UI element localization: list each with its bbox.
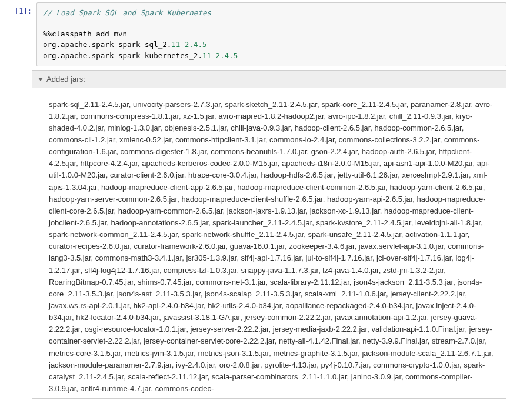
code-line2-pkg: org.apache.spark spark-kubernetes_2. [43,51,202,60]
code-comment: // Load Spark SQL and Spark Kubernetes [43,8,211,17]
code-input[interactable]: // Load Spark SQL and Spark Kubernetes %… [36,2,506,66]
code-line1-pkg: org.apache.spark spark-sql_2. [43,40,171,49]
added-jars-content: spark-sql_2.11-2.4.5.jar, univocity-pars… [32,88,506,399]
code-line1-n1: 11 [171,40,180,49]
code-line2-n2: 2.4.5 [216,51,238,60]
input-prompt: [1]: [1,2,36,66]
code-line1-n2: 2.4.5 [185,40,207,49]
added-jars-widget: Added jars: spark-sql_2.11-2.4.5.jar, un… [32,70,506,399]
added-jars-summary[interactable]: Added jars: [32,71,506,88]
code-line2-n1: 11 [202,51,211,60]
output-cell: Added jars: spark-sql_2.11-2.4.5.jar, un… [0,69,510,402]
code-magic: %%classpath add mvn [43,29,127,38]
input-cell: [1]: // Load Spark SQL and Spark Kuberne… [0,0,510,69]
summary-label: Added jars: [46,75,85,84]
output-prompt-spacer [1,70,32,399]
caret-down-icon [38,78,43,81]
